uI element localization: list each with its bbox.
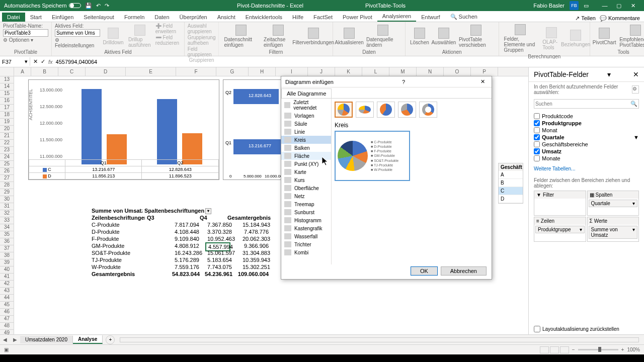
pivot-cell[interactable]: 5.183.654 <box>205 256 230 263</box>
pivot-cell[interactable]: 4.808.912 <box>173 242 198 249</box>
refresh-button[interactable]: Aktualisieren <box>336 23 362 49</box>
select-button[interactable]: Auswählen <box>433 23 455 49</box>
row-header-42[interactable]: 42 <box>0 281 14 288</box>
chart-type-sunburst[interactable]: Sunburst <box>281 208 331 216</box>
row-header-15[interactable]: 15 <box>0 90 14 98</box>
slicer-item-D[interactable]: D <box>499 195 523 203</box>
pivot-cell[interactable]: 7.817.094 <box>173 221 198 228</box>
chart-type-kombi[interactable]: Kombi <box>281 248 331 256</box>
row-header-20[interactable]: 20 <box>0 126 14 133</box>
field-checkbox[interactable] <box>534 148 540 154</box>
select-all-corner[interactable] <box>0 67 14 76</box>
tab-hilfe[interactable]: Hilfe <box>287 13 308 22</box>
pivot-cell[interactable]: 9.109.840 <box>173 235 198 242</box>
tab-factset[interactable]: FactSet <box>308 13 338 22</box>
col-header-M[interactable]: M <box>389 67 417 76</box>
field-checkbox[interactable] <box>534 120 540 126</box>
field-geschäftsbereiche[interactable]: Geschäftsbereiche <box>534 141 639 148</box>
row-header-43[interactable]: 43 <box>0 288 14 295</box>
pivottable-name-input[interactable] <box>3 29 48 37</box>
tab-einfugen[interactable]: Einfügen <box>47 13 78 22</box>
tab-powerpivot[interactable]: Power Pivot <box>338 13 377 22</box>
pivot-cell[interactable]: 5.176.289 <box>173 256 198 263</box>
pivot-cell[interactable]: TJ-Produkte <box>90 256 124 263</box>
col-header-D[interactable]: D <box>86 67 126 76</box>
pivot-cell[interactable]: 9.366.906 <box>240 242 271 249</box>
slicer-item-A[interactable]: A <box>499 171 523 179</box>
pivot-cell[interactable]: W-Produkte <box>90 263 123 270</box>
row-header-17[interactable]: 17 <box>0 105 14 112</box>
pivot-cell[interactable]: 7.743.075 <box>205 263 230 270</box>
field-monate[interactable]: Monate <box>534 155 639 162</box>
col-header-K[interactable]: K <box>335 67 362 76</box>
chart-type-kastengrafik[interactable]: Kastengrafik <box>281 224 331 232</box>
col-header-A[interactable]: A <box>14 67 31 76</box>
minimize-button[interactable]: — <box>598 1 612 11</box>
zoom-out-button[interactable]: − <box>572 347 575 352</box>
dialog-tab-all[interactable]: Alle Diagramme <box>281 88 332 98</box>
pivot-cell[interactable]: C-Produkte <box>90 221 122 228</box>
user-name[interactable]: Fabio Basler <box>533 3 565 9</box>
filter-area[interactable]: ▼Filter <box>534 191 586 216</box>
row-header-21[interactable]: 21 <box>0 133 14 140</box>
rows-area[interactable]: ≡Zeilen Produktgruppe▾ <box>534 217 586 242</box>
pivotchart-button[interactable]: PivotChart <box>593 23 615 49</box>
pivot-cell[interactable]: 7.478.776 <box>240 228 271 235</box>
field-search[interactable]: 🔍 <box>534 99 639 109</box>
sheet-tab-umsatzdaten[interactable]: Umsatzdaten 2020 <box>20 336 73 343</box>
confirm-formula-icon[interactable]: ✓ <box>41 58 45 65</box>
move-pivot-button[interactable]: PivotTable verschieben <box>457 23 496 49</box>
pie-subtype-4[interactable] <box>398 102 416 118</box>
chart-type-linie[interactable]: Linie <box>281 128 331 136</box>
row-header-32[interactable]: 32 <box>0 210 14 217</box>
field-produktcode[interactable]: Produktcode <box>534 113 639 120</box>
col-header-E[interactable]: E <box>126 67 176 76</box>
row-header-39[interactable]: 39 <box>0 259 14 266</box>
sheet-tab-analyse[interactable]: Analyse <box>73 335 103 344</box>
pivot-cell[interactable]: SO&T-Produkte <box>90 249 132 256</box>
fx-icon[interactable]: fx <box>48 59 53 65</box>
tab-entwickler[interactable]: Entwicklertools <box>240 13 287 22</box>
tab-seitenlayout[interactable]: Seitenlayout <box>78 13 119 22</box>
options-button[interactable]: ⚙ Optionen ▾ <box>3 37 48 43</box>
tab-entwurf[interactable]: Entwurf <box>416 13 445 22</box>
insert-slicer-button[interactable]: Datenschnitt einfügen <box>222 23 260 49</box>
pivot-cell[interactable]: 10.952.463 <box>205 235 230 242</box>
dialog-help-icon[interactable]: ? <box>402 79 405 85</box>
row-header-35[interactable]: 35 <box>0 231 14 238</box>
field-quartale[interactable]: Quartale▼ <box>534 134 639 141</box>
embedded-bar-chart[interactable]: ACHSENTITEL 13.000.00012.500.00012.000.0… <box>28 79 219 180</box>
pivot-cell[interactable]: 7.559.176 <box>173 263 198 270</box>
chart-type-netz[interactable]: Netz <box>281 192 331 200</box>
close-window-button[interactable]: ✕ <box>626 1 640 11</box>
pivot-cell[interactable]: 20.062.303 <box>240 235 271 242</box>
row-header-24[interactable]: 24 <box>0 154 14 161</box>
more-tables-link[interactable]: Weitere Tabellen... <box>529 164 644 173</box>
chart-type-oberflche[interactable]: Oberfläche <box>281 184 331 192</box>
row-header-33[interactable]: 33 <box>0 217 14 224</box>
undo-icon[interactable]: ↶ <box>96 3 101 9</box>
insert-timeline-button[interactable]: Zeitachse einfügen <box>262 23 295 49</box>
row-header-30[interactable]: 30 <box>0 196 14 203</box>
chart-type-trichter[interactable]: Trichter <box>281 240 331 248</box>
zoom-level[interactable]: 100% <box>627 347 640 352</box>
row-header-48[interactable]: 48 <box>0 323 14 330</box>
chart-type-histogramm[interactable]: Histogramm <box>281 216 331 224</box>
row-header-34[interactable]: 34 <box>0 224 14 231</box>
pivot-cell[interactable]: Q4 <box>198 214 209 221</box>
row-header-19[interactable]: 19 <box>0 119 14 126</box>
col-header-G[interactable]: G <box>216 67 249 76</box>
row-header-28[interactable]: 28 <box>0 182 14 189</box>
row-header-26[interactable]: 26 <box>0 168 14 175</box>
horizontal-scrollbar[interactable] <box>120 337 639 342</box>
row-header-14[interactable]: 14 <box>0 83 14 90</box>
pie-subtype-3[interactable] <box>377 102 395 118</box>
pivot-cell[interactable]: Spaltenbeschriftungen▾ <box>142 207 213 215</box>
autosave-toggle[interactable]: Automatisches Speichern <box>4 3 81 9</box>
sheet-nav-next[interactable]: ▶ <box>10 337 20 342</box>
cancel-button[interactable]: Abbrechen <box>441 266 487 276</box>
chart-type-zuletztverwendet[interactable]: Zuletzt verwendet <box>281 99 331 112</box>
row-header-23[interactable]: 23 <box>0 147 14 154</box>
pane-close-button[interactable]: ✕ <box>633 70 639 78</box>
chart-type-vorlagen[interactable]: Vorlagen <box>281 112 331 120</box>
